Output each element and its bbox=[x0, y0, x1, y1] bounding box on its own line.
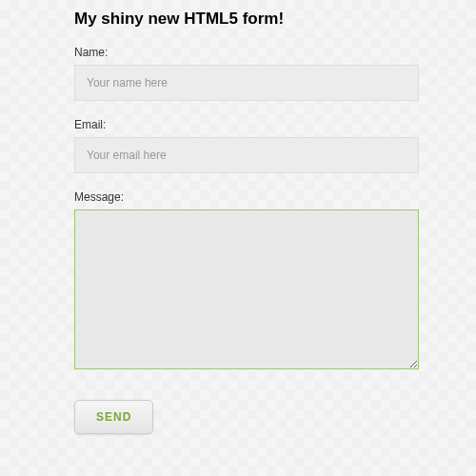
name-field-group: Name: bbox=[74, 46, 419, 101]
form-container: My shiny new HTML5 form! Name: Email: Me… bbox=[0, 10, 476, 434]
email-label: Email: bbox=[74, 118, 419, 131]
message-label: Message: bbox=[74, 190, 419, 204]
message-textarea[interactable] bbox=[74, 209, 419, 369]
form-title: My shiny new HTML5 form! bbox=[74, 10, 419, 29]
send-button[interactable]: SEND bbox=[74, 400, 153, 434]
name-input[interactable] bbox=[74, 65, 419, 101]
message-field-group: Message: bbox=[74, 190, 419, 373]
name-label: Name: bbox=[74, 46, 419, 59]
email-input[interactable] bbox=[74, 137, 419, 173]
email-field-group: Email: bbox=[74, 118, 419, 173]
